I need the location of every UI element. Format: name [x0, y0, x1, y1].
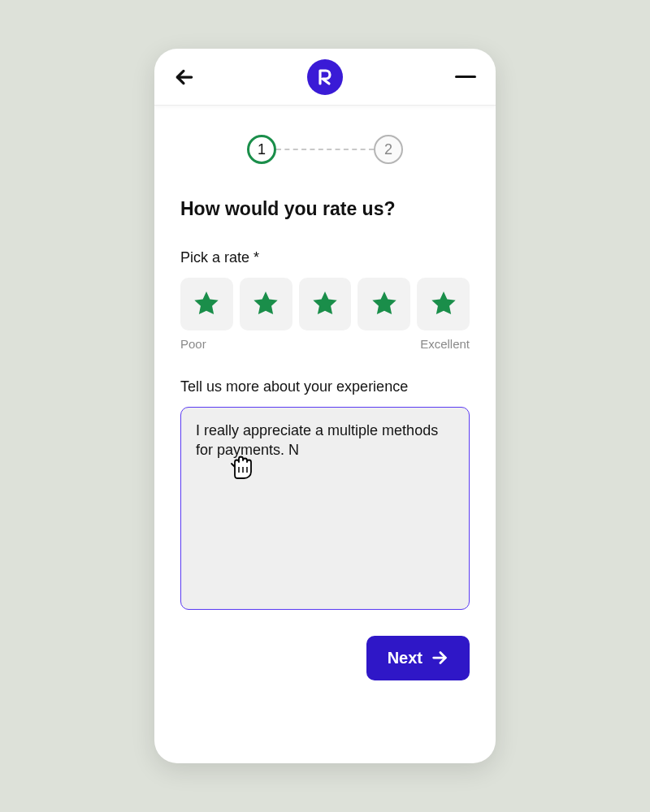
star-4[interactable]: [358, 278, 410, 330]
back-button[interactable]: [172, 65, 197, 89]
menu-button[interactable]: [453, 76, 478, 78]
footer-actions: Next: [180, 636, 470, 680]
experience-textarea[interactable]: [180, 407, 470, 610]
star-5[interactable]: [417, 278, 470, 330]
menu-icon: [455, 76, 476, 78]
page-title: How would you rate us?: [180, 198, 470, 220]
star-icon: [251, 289, 280, 318]
star-icon: [310, 289, 340, 318]
arrow-left-icon: [174, 67, 195, 88]
brand-logo: [307, 59, 343, 95]
scale-low-label: Poor: [180, 337, 206, 351]
rating-label: Pick a rate *: [180, 249, 470, 266]
next-button[interactable]: Next: [366, 636, 470, 680]
star-3[interactable]: [299, 278, 352, 330]
star-2[interactable]: [240, 278, 292, 330]
star-rating: [180, 278, 470, 330]
logo-r-icon: [315, 67, 335, 87]
star-icon: [429, 289, 458, 318]
next-button-label: Next: [388, 649, 422, 667]
step-1: 1: [247, 135, 276, 164]
top-bar: [154, 49, 496, 106]
phone-frame: 1 2 How would you rate us? Pick a rate *: [154, 49, 496, 763]
step-2: 2: [374, 135, 403, 164]
step-connector: [276, 149, 374, 150]
arrow-right-icon: [431, 649, 448, 667]
star-1[interactable]: [180, 278, 233, 330]
star-icon: [192, 289, 221, 318]
scale-high-label: Excellent: [420, 337, 470, 351]
main-content: 1 2 How would you rate us? Pick a rate *: [154, 106, 496, 763]
star-icon: [370, 289, 399, 318]
step-indicator: 1 2: [180, 135, 470, 164]
rating-scale-labels: Poor Excellent: [180, 337, 470, 351]
experience-field-wrap: [180, 407, 470, 613]
experience-label: Tell us more about your experience: [180, 378, 470, 395]
